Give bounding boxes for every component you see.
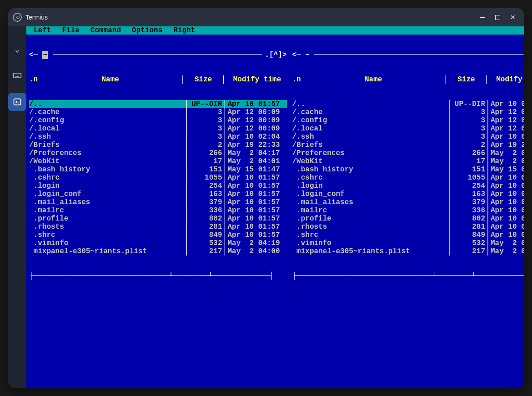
file-name: .login_conf (292, 190, 447, 198)
file-row[interactable]: .login│254│Apr 10 01:57 (292, 182, 524, 190)
file-row[interactable]: .mailrc│336│Apr 10 01:57 (29, 206, 287, 215)
col-name[interactable]: Name (42, 75, 179, 84)
file-name: .cshrc (292, 174, 447, 182)
file-row[interactable]: /.ssh│3│Apr 10 02:04 (292, 133, 524, 141)
file-row[interactable]: .profile│802│Apr 10 01:57 (29, 215, 287, 223)
file-row[interactable]: /.ssh│3│Apr 10 02:04 (29, 133, 287, 141)
file-row[interactable]: /..│UP--DIR│Apr 10 01:57 (29, 100, 287, 108)
col-size[interactable]: Size (450, 75, 482, 84)
file-mtime: May 2 04:00 (228, 247, 287, 256)
file-row[interactable]: mixpanel-e305~riants.plist│217│May 2 04:… (29, 247, 287, 256)
left-panel-path[interactable]: ~ (42, 51, 49, 59)
file-name: .bash_history (29, 165, 184, 174)
file-row[interactable]: /.config│3│Apr 12 00:09 (29, 116, 287, 125)
file-mtime: Apr 19 22:33 (491, 141, 524, 149)
col-mtime[interactable]: Modify time (491, 75, 524, 84)
file-name: /.config (29, 116, 184, 125)
right-panel[interactable]: <─ ~ ───────────────────────────────────… (290, 35, 524, 388)
file-name: .login_conf (29, 190, 184, 198)
file-name: /.cache (29, 108, 184, 116)
file-row[interactable]: .login_conf│163│Apr 10 01:57 (29, 190, 287, 198)
minimize-icon[interactable] (480, 17, 485, 18)
file-row[interactable]: /..│UP--DIR│Apr 10 01:57 (292, 100, 524, 108)
titlebar: ⟲ Termius ✕ (8, 8, 524, 26)
file-mtime: Apr 19 22:33 (228, 141, 287, 149)
file-name: .mailrc (292, 206, 447, 215)
file-name: /.. (29, 100, 184, 108)
file-mtime: Apr 10 01:57 (228, 215, 287, 223)
file-size: 2 (452, 141, 485, 149)
file-row[interactable]: .shrc│849│Apr 10 01:57 (292, 231, 524, 239)
sidebar-item-terminal[interactable] (8, 93, 26, 111)
right-panel-headers: .n Name │ Size │ Modify time (292, 75, 524, 84)
file-row[interactable]: .viminfo│532│May 2 04:19 (292, 239, 524, 247)
file-row[interactable]: .cshrc│1055│Apr 10 01:57 (292, 174, 524, 182)
right-panel-path[interactable]: ~ (305, 51, 310, 59)
file-name: /.local (292, 125, 447, 133)
menu-right[interactable]: Right (171, 26, 203, 35)
file-mtime: May 2 04:19 (491, 239, 524, 247)
left-panel-headers: .n Name │ Size │ Modify time (29, 75, 287, 84)
file-row[interactable]: .login│254│Apr 10 01:57 (29, 182, 287, 190)
terminal[interactable]: Left File Command Options Right <─ ~ ───… (26, 26, 524, 388)
file-size: 802 (452, 215, 485, 223)
close-icon[interactable]: ✕ (510, 14, 516, 21)
file-row[interactable]: .bash_history│151│May 15 01:47 (29, 165, 287, 174)
file-mtime: May 15 01:47 (228, 165, 287, 174)
sidebar-collapse[interactable]: ⌄ (8, 40, 26, 58)
file-row[interactable]: /Preferences│266│May 2 04:17 (29, 149, 287, 157)
col-name[interactable]: Name (305, 75, 442, 84)
col-n[interactable]: .n (292, 75, 305, 84)
file-size: 163 (452, 190, 485, 198)
file-row[interactable]: /Preferences│266│May 2 04:17 (292, 149, 524, 157)
file-row[interactable]: .mail_aliases│379│Apr 10 01:57 (29, 198, 287, 206)
file-row[interactable]: /.local│3│Apr 12 00:09 (292, 125, 524, 133)
menu-command[interactable]: Command (88, 26, 129, 35)
file-mtime: Apr 10 01:57 (228, 206, 287, 215)
file-row[interactable]: .rhosts│281│Apr 10 01:57 (29, 223, 287, 231)
file-row[interactable]: /Briefs│2│Apr 19 22:33 (292, 141, 524, 149)
left-panel[interactable]: <─ ~ ───────────────────────────────────… (26, 35, 290, 388)
sidebar-item-keyboard[interactable] (8, 66, 26, 85)
left-panel-top-border: <─ ~ ───────────────────────────────────… (29, 51, 287, 59)
chevron-down-icon: ⌄ (15, 44, 20, 54)
file-mtime: Apr 12 00:09 (228, 116, 287, 125)
file-name: .profile (29, 215, 184, 223)
file-row[interactable]: mixpanel-e305~riants.plist│217│May 2 04:… (292, 247, 524, 256)
file-row[interactable]: /.cache│3│Apr 12 00:09 (292, 108, 524, 116)
file-row[interactable]: /.config│3│Apr 12 00:09 (292, 116, 524, 125)
right-file-list: /..│UP--DIR│Apr 10 01:57/.cache│3│Apr 12… (292, 100, 524, 256)
file-size: 802 (190, 215, 222, 223)
file-name: .mail_aliases (29, 198, 184, 206)
file-row[interactable]: .cshrc│1055│Apr 10 01:57 (29, 174, 287, 182)
file-mtime: Apr 10 01:57 (491, 174, 524, 182)
file-row[interactable]: .bash_history│151│May 15 01:47 (292, 165, 524, 174)
col-mtime[interactable]: Modify time (228, 75, 287, 84)
maximize-icon[interactable] (495, 15, 500, 20)
file-row[interactable]: /.local│3│Apr 12 00:09 (29, 125, 287, 133)
file-row[interactable]: .viminfo│532│May 2 04:19 (29, 239, 287, 247)
file-name: /.. (292, 100, 447, 108)
file-row[interactable]: /.cache│3│Apr 12 00:09 (29, 108, 287, 116)
file-row[interactable]: .profile│802│Apr 10 01:57 (292, 215, 524, 223)
file-mtime: Apr 10 01:57 (228, 100, 287, 108)
file-row[interactable]: .shrc│849│Apr 10 01:57 (29, 231, 287, 239)
file-row[interactable]: .rhosts│281│Apr 10 01:57 (292, 223, 524, 231)
file-row[interactable]: /WebKit│17│May 2 04:01 (29, 157, 287, 165)
menu-file[interactable]: File (59, 26, 87, 35)
file-row[interactable]: .login_conf│163│Apr 10 01:57 (292, 190, 524, 198)
file-row[interactable]: .mail_aliases│379│Apr 10 01:57 (292, 198, 524, 206)
file-mtime: Apr 12 00:09 (228, 125, 287, 133)
menu-options[interactable]: Options (129, 26, 171, 35)
file-size: UP--DIR (452, 100, 485, 108)
col-n[interactable]: .n (29, 75, 42, 84)
file-row[interactable]: /Briefs│2│Apr 19 22:33 (29, 141, 287, 149)
file-row[interactable]: /WebKit│17│May 2 04:01 (292, 157, 524, 165)
file-size: 281 (452, 223, 485, 231)
file-row[interactable]: .mailrc│336│Apr 10 01:57 (292, 206, 524, 215)
col-size[interactable]: Size (187, 75, 220, 84)
app-icon: ⟲ (13, 13, 22, 22)
panels: <─ ~ ───────────────────────────────────… (26, 35, 524, 388)
file-size: 3 (190, 133, 222, 141)
menu-left[interactable]: Left (31, 26, 59, 35)
